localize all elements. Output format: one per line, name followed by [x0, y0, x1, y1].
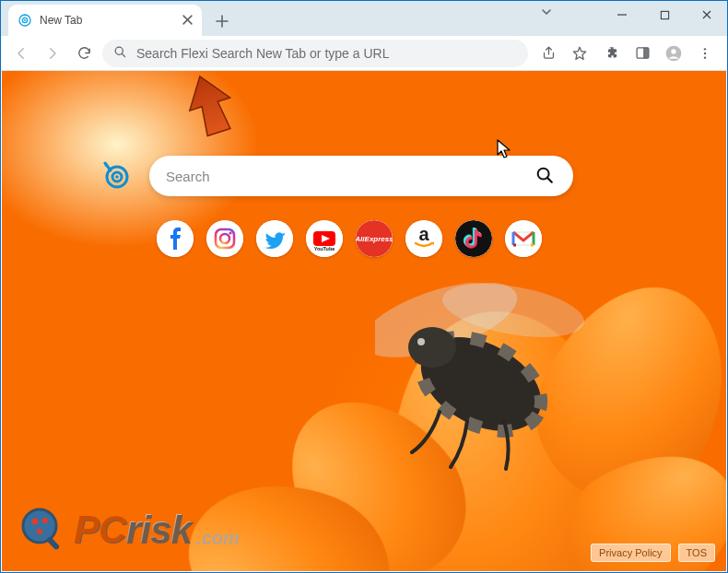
kebab-menu-button[interactable] — [690, 40, 720, 67]
sidepanel-button[interactable] — [628, 40, 657, 67]
window-maximize-button[interactable] — [644, 1, 685, 29]
svg-point-17 — [417, 338, 425, 345]
page-search-submit-icon[interactable] — [534, 165, 557, 187]
profile-avatar-button[interactable] — [659, 40, 688, 67]
shortcut-tiktok[interactable] — [455, 220, 492, 257]
shortcut-aliexpress[interactable]: AliExpress — [356, 220, 393, 257]
privacy-policy-link[interactable]: Privacy Policy — [591, 544, 670, 562]
window-minimize-button[interactable] — [602, 1, 642, 29]
svg-rect-6 — [643, 48, 648, 58]
shortcut-amazon[interactable]: a — [405, 220, 442, 257]
tab-list-chevron-icon[interactable] — [541, 6, 552, 20]
browser-toolbar: Search Flexi Search New Tab or type a UR… — [1, 36, 727, 71]
omnibox-placeholder: Search Flexi Search New Tab or type a UR… — [136, 46, 389, 61]
svg-point-8 — [671, 49, 675, 53]
shortcut-gmail[interactable] — [505, 220, 542, 257]
toolbar-actions — [534, 40, 720, 67]
new-tab-button[interactable] — [209, 8, 235, 34]
shortcut-youtube[interactable]: YouTube — [306, 220, 343, 257]
svg-point-20 — [115, 175, 119, 179]
svg-point-40 — [37, 529, 42, 534]
tos-link[interactable]: TOS — [678, 544, 715, 562]
svg-point-10 — [704, 52, 706, 53]
page-logo-icon — [101, 161, 131, 191]
shortcut-row: YouTube AliExpress a — [157, 220, 542, 257]
svg-point-26 — [229, 231, 231, 234]
svg-point-9 — [704, 48, 706, 50]
forward-button[interactable] — [40, 41, 65, 66]
svg-point-38 — [32, 519, 39, 525]
shortcut-instagram[interactable] — [206, 220, 243, 257]
footer-links: Privacy Policy TOS — [591, 544, 715, 562]
tab-favicon-icon — [18, 13, 32, 28]
svg-text:a: a — [418, 224, 429, 244]
back-button[interactable] — [8, 41, 34, 66]
tab-close-button[interactable] — [182, 14, 193, 28]
extensions-button[interactable] — [596, 40, 626, 67]
svg-point-23 — [206, 220, 243, 257]
svg-rect-41 — [46, 536, 61, 551]
tab-strip: New Tab — [1, 1, 727, 36]
watermark-text: PCrisk — [74, 508, 191, 552]
svg-text:YouTube: YouTube — [314, 246, 335, 251]
svg-point-37 — [23, 509, 56, 543]
page-search-input[interactable] — [166, 169, 534, 184]
browser-tab[interactable]: New Tab — [8, 5, 202, 36]
shortcut-twitter[interactable] — [256, 220, 293, 257]
svg-point-39 — [42, 518, 48, 523]
page-content: YouTube AliExpress a Privacy Policy TOS … — [2, 71, 726, 571]
svg-point-11 — [704, 56, 706, 58]
shortcut-facebook[interactable] — [157, 220, 194, 257]
svg-text:AliExpress: AliExpress — [356, 235, 393, 243]
watermark-logo-icon — [18, 505, 68, 555]
page-search-bar[interactable] — [149, 156, 573, 196]
reload-button[interactable] — [71, 41, 97, 66]
search-icon — [113, 45, 127, 62]
tab-title: New Tab — [40, 14, 82, 27]
window-close-button[interactable] — [687, 1, 727, 29]
bookmark-star-button[interactable] — [565, 40, 594, 67]
svg-rect-3 — [661, 11, 668, 18]
window-controls — [602, 1, 727, 29]
svg-point-2 — [24, 19, 26, 21]
omnibox[interactable]: Search Flexi Search New Tab or type a UR… — [102, 40, 528, 67]
share-button[interactable] — [534, 40, 563, 67]
